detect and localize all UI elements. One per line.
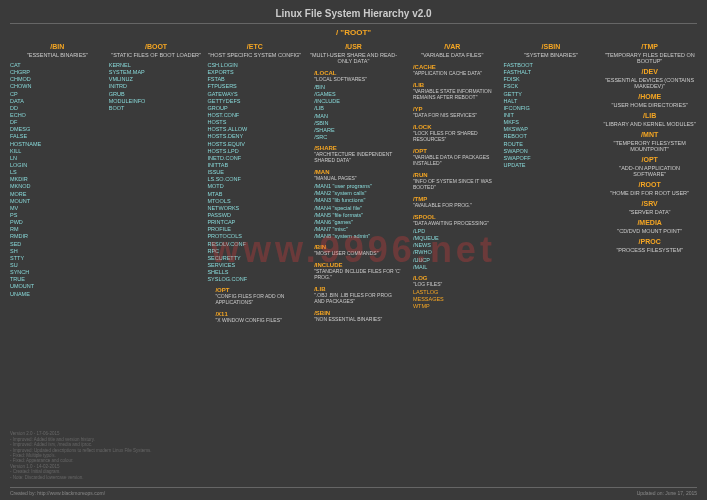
version-history: Version 2.0 - 17-06-2015- Improved: Adde… <box>10 431 152 480</box>
subdir-desc: "DATA FOR NIS SERVICES" <box>413 112 500 118</box>
item-list: CATCHGRPCHMODCHOWNCPDATADDECHODFDMESGFAL… <box>10 62 105 298</box>
subdir-desc: "VARIABLE STATE INFORMATION REMAINS AFTE… <box>413 88 500 100</box>
root-label: / "ROOT" <box>10 28 697 37</box>
subdir-desc: "CONFIG FILES FOR ADD ON APPLICATIONS" <box>215 293 302 305</box>
item-list: /LPD/MQUEUE/NEWS/RWHO/UUCP/MAIL <box>413 228 500 271</box>
dir-desc: "VARIABLE DATA FILES" <box>405 52 500 58</box>
log-item-list: LASTLOGMESSAGESWTMP <box>413 289 500 310</box>
dir-label: /PROC <box>602 238 697 245</box>
subdir-desc: "STANDARD INCLUDE FILES FOR 'C' PROG." <box>314 268 401 280</box>
item-list: FASTBOOTFASTHALTFDISKFSCKGETTYHALTIFCONF… <box>504 62 599 169</box>
dir-label: /TMP <box>602 43 697 50</box>
dir-desc: "STATIC FILES OF BOOT LOADER" <box>109 52 204 58</box>
subdir-desc: "LOCK FILES FOR SHARED RESOURCES" <box>413 130 500 142</box>
dir-label: /SBIN <box>504 43 599 50</box>
subdir-desc: "APPLICATION CACHE DATA" <box>413 70 500 76</box>
page-title: Linux File System Hierarchy v2.0 <box>10 8 697 24</box>
dir-desc: "SERVER DATA" <box>602 209 697 215</box>
subdir-desc: "NON ESSENTIAL BINARIES" <box>314 316 401 322</box>
dir-desc: "ESSENTIAL DEVICES (CONTAINS MAKEDEV)" <box>602 77 697 89</box>
dir-desc: "ESSENTIAL BINARIES" <box>10 52 105 58</box>
item-list: /BIN/GAMES/INCLUDE/LIB/MAN/SBIN/SHARE/SR… <box>314 84 401 141</box>
subdir-desc: "INFO OF SYSTEM SINCE IT WAS BOOTED" <box>413 178 500 190</box>
item-list: /MAN1 "user programs"/MAN2 "system calls… <box>314 183 401 240</box>
dir-desc: "HOME DIR FOR ROOT USER" <box>602 190 697 196</box>
subdir-desc: "X WINDOW CONFIG FILES" <box>215 317 302 323</box>
subdir-desc: "DATA AWAITING PROCESSING" <box>413 220 500 226</box>
dir-desc: "HOST SPECIFIC SYSTEM CONFIG" <box>207 52 302 58</box>
dir-desc: "ADD-ON APPLICATION SOFTWARE" <box>602 165 697 177</box>
dir-label: /DEV <box>602 68 697 75</box>
dir-label: /BIN <box>10 43 105 50</box>
dir-label: /BOOT <box>109 43 204 50</box>
dir-label: /HOME <box>602 93 697 100</box>
dir-label: /USR <box>306 43 401 50</box>
dir-desc: "MULTI-USER SHARE AND READ-ONLY DATA" <box>306 52 401 64</box>
dir-label: /LIB <box>602 112 697 119</box>
subdir-desc: "LOG FILES" <box>413 281 500 287</box>
dir-desc: "USER HOME DIRECTORIES" <box>602 102 697 108</box>
dir-label: /SRV <box>602 200 697 207</box>
subdir-desc: ".OBJ .BIN .LIB FILES FOR PROG AND PACKA… <box>314 292 401 304</box>
dir-desc: "LIBRARY AND KERNEL MODULES" <box>602 121 697 127</box>
dir-desc: "SYSTEM BINARIES" <box>504 52 599 58</box>
dir-desc: "CD/DVD MOUNT POINT" <box>602 228 697 234</box>
subdir-desc: "ARCHITECTURE INDEPENDENT SHARED DATA" <box>314 151 401 163</box>
dir-desc: "TEMPORARY FILES DELETED ON BOOTUP" <box>602 52 697 64</box>
footer-credit: Created by: http://www.blackmoreops.com/ <box>10 490 105 496</box>
footer-date: Updated on: June 17, 2015 <box>637 490 697 496</box>
dir-desc: "TEMPERORY FILESYSTEM MOUNTPOINT" <box>602 140 697 152</box>
subdir-desc: "AVAILABLE FOR PROG." <box>413 202 500 208</box>
dir-label: /ETC <box>207 43 302 50</box>
subdir-desc: "LOCAL SOFTWARES" <box>314 76 401 82</box>
dir-label: /OPT <box>602 156 697 163</box>
dir-label: /VAR <box>405 43 500 50</box>
dir-label: /MEDIA <box>602 219 697 226</box>
subdir-desc: "VARIABLE DATA OF PACKAGES INSTALLED" <box>413 154 500 166</box>
item-list: KERNELSYSTEM.MAPVMLINUZINITRDGRUBMODULEI… <box>109 62 204 112</box>
item-list: CSH.LOGINEXPORTSFSTABFTPUSERSGATEWAYSGET… <box>207 62 302 283</box>
subdir-desc: "MOST USER COMMANDS" <box>314 250 401 256</box>
dir-desc: "PROCESS FILESYSTEM" <box>602 247 697 253</box>
subdir-desc: "MANUAL PAGES" <box>314 175 401 181</box>
dir-label: /MNT <box>602 131 697 138</box>
dir-label: /ROOT <box>602 181 697 188</box>
